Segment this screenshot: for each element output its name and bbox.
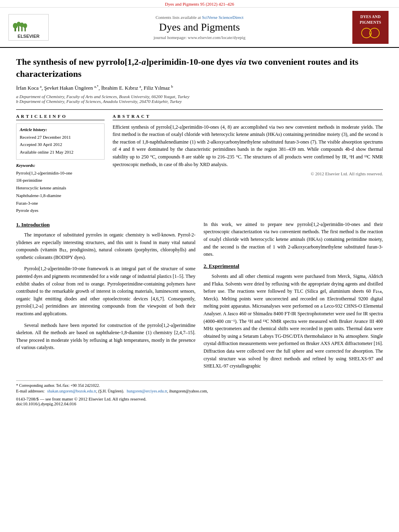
body-para2: Pyrrolo[1,2-a]perimidin-10-one framework… bbox=[16, 265, 195, 317]
keyword-4: Naphthalene-1,8-diamine bbox=[16, 192, 105, 199]
section2-title: 2. Experimental bbox=[204, 262, 383, 270]
accepted-date: Accepted 30 April 2012 bbox=[20, 141, 101, 148]
journal-citation-text: Dyes and Pigments 95 (2012) 421–426 bbox=[165, 2, 234, 6]
badge-text: DYES AND PIGMENTS bbox=[355, 14, 386, 25]
body-content: 1. Introduction The importance of substi… bbox=[16, 221, 383, 374]
affiliations: a Department of Chemistry, Faculty of Ar… bbox=[16, 94, 383, 104]
contents-available: Contents lists available at SciVerse Sci… bbox=[55, 15, 344, 20]
body-para1: The importance of substituted pyrroles i… bbox=[16, 231, 195, 261]
footnotes-section: * Corresponding author. Tel./fax: +90 35… bbox=[16, 380, 383, 393]
journal-badge-area: DYES AND PIGMENTS ∞ bbox=[348, 11, 393, 44]
article-history-box: Article history: Received 27 December 20… bbox=[16, 123, 105, 160]
email3-text: ihungoren@yahoo.com, bbox=[169, 389, 208, 393]
elsevier-tree-icon bbox=[12, 16, 45, 32]
authors-line: İrfan Koca a, Şevket Hakan Üngören a,*, … bbox=[16, 84, 383, 91]
journal-title: Dyes and Pigments bbox=[55, 21, 344, 33]
section1-number: 1. bbox=[16, 222, 20, 228]
copyright-line: © 2012 Elsevier Ltd. All rights reserved… bbox=[113, 171, 383, 176]
affiliation-a: a Department of Chemistry, Faculty of Ar… bbox=[16, 94, 383, 99]
section1-heading: Introduction bbox=[21, 222, 50, 228]
keywords-label: Keywords: bbox=[16, 163, 105, 168]
elsevier-logo-area: ELSEVIER bbox=[6, 14, 51, 41]
svg-text:∞: ∞ bbox=[370, 32, 372, 35]
journal-homepage: journal homepage: www.elsevier.com/locat… bbox=[55, 35, 344, 40]
body-left-column: 1. Introduction The importance of substi… bbox=[16, 221, 195, 374]
body-section2-para1: Solvents and all other chemical reagents… bbox=[204, 273, 383, 370]
abstract-text: Efficient synthesis of pyrrolo[1,2-a]per… bbox=[113, 123, 383, 168]
email-addresses: E-mail addresses: shakan.ungoren@bozok.e… bbox=[16, 389, 383, 393]
badge-graphic-icon: ∞ bbox=[360, 27, 380, 39]
article-info-column: A R T I C L E I N F O Article history: R… bbox=[16, 114, 105, 214]
section2-number: 2. bbox=[204, 263, 208, 269]
keyword-3: Heterocyclic ketene aminals bbox=[16, 184, 105, 192]
journal-header-center: Contents lists available at SciVerse Sci… bbox=[55, 15, 344, 40]
body-para3: Several methods have been reported for c… bbox=[16, 322, 195, 351]
body-right-column: In this work, we aimed to prepare new py… bbox=[204, 221, 383, 374]
keywords-section: Keywords: Pyrrolo[1,2-a]perimidin-10-one… bbox=[16, 163, 105, 214]
svg-point-7 bbox=[23, 23, 27, 28]
dyes-pigments-badge: DYES AND PIGMENTS ∞ bbox=[352, 11, 389, 44]
email-label: E-mail addresses: bbox=[16, 389, 45, 393]
issn-line: 0143-7208/$ — see front matter © 2012 El… bbox=[16, 396, 383, 401]
journal-header: ELSEVIER Contents lists available at Sci… bbox=[0, 8, 399, 48]
doi-line: doi:10.1016/j.dyepig.2012.04.016 bbox=[16, 401, 383, 406]
keyword-2: 1H-perimidine bbox=[16, 177, 105, 184]
abstract-column: A B S T R A C T Efficient synthesis of p… bbox=[113, 114, 383, 214]
email1-link[interactable]: shakan.ungoren@bozok.edu.tr bbox=[47, 389, 96, 393]
email-separator: (Ş.H. Üngören). bbox=[98, 389, 124, 393]
available-date: Available online 21 May 2012 bbox=[20, 148, 101, 156]
contents-text: Contents lists available at bbox=[156, 15, 201, 20]
email2-link[interactable]: hungoren@erciyes.edu.tr bbox=[127, 389, 167, 393]
article-info-heading: A R T I C L E I N F O bbox=[16, 114, 105, 120]
elsevier-wordmark: ELSEVIER bbox=[11, 34, 46, 39]
elsevier-logo: ELSEVIER bbox=[8, 14, 49, 41]
keyword-6: Pyrrole dyes bbox=[16, 207, 105, 214]
keyword-1: Pyrrolo[1,2-a]perimidin-10-one bbox=[16, 169, 105, 177]
received-date: Received 27 December 2011 bbox=[20, 134, 101, 141]
corresponding-author: * Corresponding author. Tel./fax: +90 35… bbox=[16, 383, 383, 388]
article-info-abstract-section: A R T I C L E I N F O Article history: R… bbox=[16, 109, 383, 214]
article-title: The synthesis of new pyrrolo[1,2-a]perim… bbox=[16, 56, 383, 80]
journal-citation-bar: Dyes and Pigments 95 (2012) 421–426 bbox=[0, 0, 399, 8]
abstract-heading: A B S T R A C T bbox=[113, 114, 383, 120]
article-dates: Received 27 December 2011 Accepted 30 Ap… bbox=[20, 134, 101, 156]
affiliation-b: b Department of Chemistry, Faculty of Sc… bbox=[16, 99, 383, 104]
sciverse-link[interactable]: SciVerse ScienceDirect bbox=[202, 15, 243, 20]
section2-heading: Experimental bbox=[209, 263, 239, 269]
section2-intro-para: In this work, we aimed to prepare new py… bbox=[204, 221, 383, 258]
history-label: Article history: bbox=[20, 127, 101, 132]
section1-title: 1. Introduction bbox=[16, 221, 195, 229]
svg-rect-2 bbox=[18, 26, 19, 31]
keywords-list: Pyrrolo[1,2-a]perimidin-10-one 1H-perimi… bbox=[16, 169, 105, 214]
keyword-5: Furan-3-one bbox=[16, 199, 105, 207]
footer-dois: 0143-7208/$ — see front matter © 2012 El… bbox=[16, 396, 383, 406]
main-content: The synthesis of new pyrrolo[1,2-a]perim… bbox=[0, 48, 399, 414]
